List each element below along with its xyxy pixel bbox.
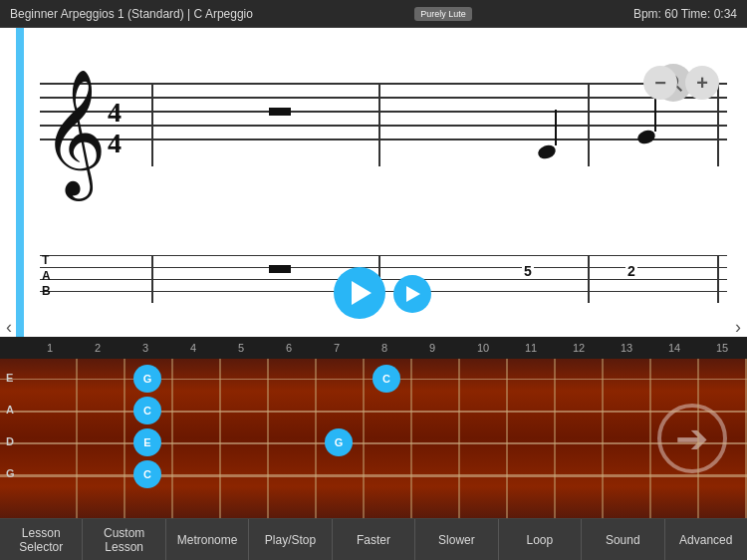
tab-label: T A B [42, 253, 51, 300]
top-bar: Beginner Arpeggios 1 (Standard) | C Arpe… [0, 0, 747, 28]
fret-line-6 [315, 359, 317, 518]
half-rest-sheet [269, 108, 291, 116]
top-bar-logo: Purely Lute [414, 7, 472, 21]
staff-line [40, 83, 727, 85]
string-line-A [0, 411, 747, 413]
tab-line [40, 267, 727, 268]
toolbar-btn-custom-lesson[interactable]: Custom Lesson [83, 519, 165, 561]
fret-number-6: 6 [286, 342, 292, 354]
note-stem [654, 96, 656, 132]
fret-line-12 [602, 359, 604, 518]
fret-number-row: 123456789101112131415 [0, 337, 747, 359]
fret-line-11 [554, 359, 556, 518]
toolbar-btn-slower[interactable]: Slower [415, 519, 498, 561]
fret-number-7: 7 [334, 342, 340, 354]
note-stem [555, 110, 557, 145]
string-label-D: D [6, 435, 14, 447]
top-bar-title: Beginner Arpeggios 1 (Standard) | C Arpe… [10, 7, 253, 21]
fret-line-2 [124, 359, 125, 518]
staff-lines [40, 83, 727, 232]
zoom-plus-button[interactable]: + [685, 66, 719, 100]
string-label-G: G [6, 467, 15, 479]
toolbar-btn-loop[interactable]: Loop [499, 519, 582, 561]
toolbar-btn-lesson-selector[interactable]: Lesson Selector [0, 519, 83, 561]
tab-number-5: 5 [522, 263, 534, 279]
fret-number-12: 12 [573, 342, 585, 354]
sheet-area: 𝄞 4 4 T A B 5 2 [0, 28, 747, 337]
fret-number-3: 3 [142, 342, 148, 354]
fret-number-13: 13 [621, 342, 632, 354]
staff-line [40, 139, 727, 140]
treble-clef: 𝄞 [42, 78, 107, 187]
play-button[interactable] [334, 267, 385, 319]
bar-line [588, 83, 590, 166]
tab-bar-line [588, 255, 590, 303]
skip-button[interactable] [393, 275, 431, 313]
time-signature: 4 4 [108, 98, 122, 159]
fret-number-11: 11 [525, 342, 537, 354]
loop-arrow-icon: ➔ [675, 416, 709, 461]
fret-number-8: 8 [381, 342, 387, 354]
fret-number-15: 15 [716, 342, 728, 354]
fret-line-13 [649, 359, 651, 518]
zoom-plus-icon: + [696, 72, 708, 95]
scroll-left-button[interactable]: ‹ [6, 317, 12, 337]
zoom-minus-button[interactable]: − [643, 66, 677, 100]
fret-number-5: 5 [238, 342, 244, 354]
tab-line [40, 279, 727, 280]
fret-line-14 [697, 359, 699, 518]
toolbar-btn-sound[interactable]: Sound [582, 519, 664, 561]
loop-button[interactable]: ➔ [657, 404, 727, 473]
fret-number-14: 14 [668, 342, 680, 354]
staff-line [40, 97, 727, 99]
fret-marker-C-fret3: C [133, 397, 161, 424]
string-label-A: A [6, 404, 14, 416]
time-sig-numerator: 4 [108, 98, 122, 129]
fret-number-4: 4 [190, 342, 196, 354]
bar-line [151, 83, 153, 166]
fret-marker-G-fret3: G [133, 365, 161, 393]
position-indicator [16, 28, 24, 337]
tab-line [40, 255, 727, 256]
fret-number-1: 1 [47, 342, 53, 354]
string-line-D [0, 442, 747, 444]
fret-line-8 [410, 359, 412, 518]
fret-number-2: 2 [95, 342, 101, 354]
tab-bar-line [717, 255, 719, 303]
string-line-G [0, 474, 747, 477]
fret-marker-G-fret7: G [325, 428, 353, 456]
tab-bar-line [151, 255, 153, 303]
fret-line-7 [363, 359, 365, 518]
bar-line [717, 83, 719, 166]
fret-line-3 [171, 359, 173, 518]
fret-line-1 [76, 359, 78, 518]
fret-line-10 [506, 359, 508, 518]
top-bar-info: Bpm: 60 Time: 0:34 [633, 7, 737, 21]
fretboard: ➔ EADGGCCEGC [0, 359, 747, 518]
fret-marker-C-fret3: C [133, 460, 161, 488]
fret-line-4 [219, 359, 221, 518]
scroll-right-button[interactable]: › [735, 317, 741, 337]
bottom-toolbar: Lesson SelectorCustom LessonMetronomePla… [0, 518, 747, 560]
fret-line-9 [458, 359, 460, 518]
fret-line-5 [267, 359, 269, 518]
string-label-E: E [6, 372, 13, 384]
tab-number-2: 2 [625, 263, 637, 279]
fret-marker-C-fret8: C [373, 365, 400, 393]
toolbar-btn-metronome[interactable]: Metronome [166, 519, 249, 561]
zoom-minus-icon: − [654, 72, 666, 95]
toolbar-btn-advanced[interactable]: Advanced [665, 519, 747, 561]
fret-number-10: 10 [477, 342, 489, 354]
fret-number-9: 9 [429, 342, 435, 354]
half-rest-tab [269, 265, 291, 273]
staff-line [40, 111, 727, 113]
toolbar-btn-faster[interactable]: Faster [333, 519, 415, 561]
time-sig-denominator: 4 [108, 129, 122, 159]
toolbar-btn-play/stop[interactable]: Play/Stop [249, 519, 332, 561]
fret-marker-E-fret3: E [133, 428, 161, 456]
staff-line [40, 125, 727, 127]
bar-line [378, 83, 380, 166]
